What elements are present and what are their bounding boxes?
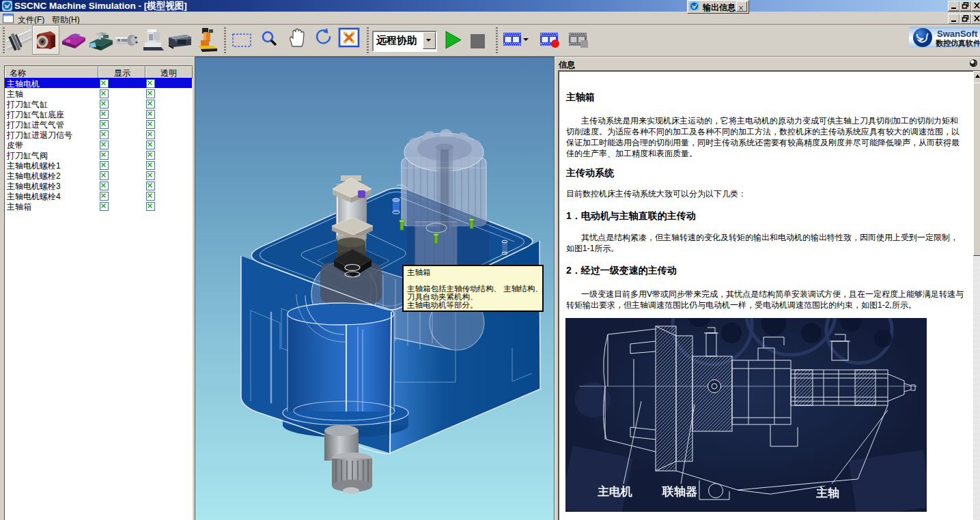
svg-text:主电机: 主电机 xyxy=(598,485,632,498)
svg-text:联轴器: 联轴器 xyxy=(661,485,697,498)
svg-text:主轴: 主轴 xyxy=(816,486,839,500)
